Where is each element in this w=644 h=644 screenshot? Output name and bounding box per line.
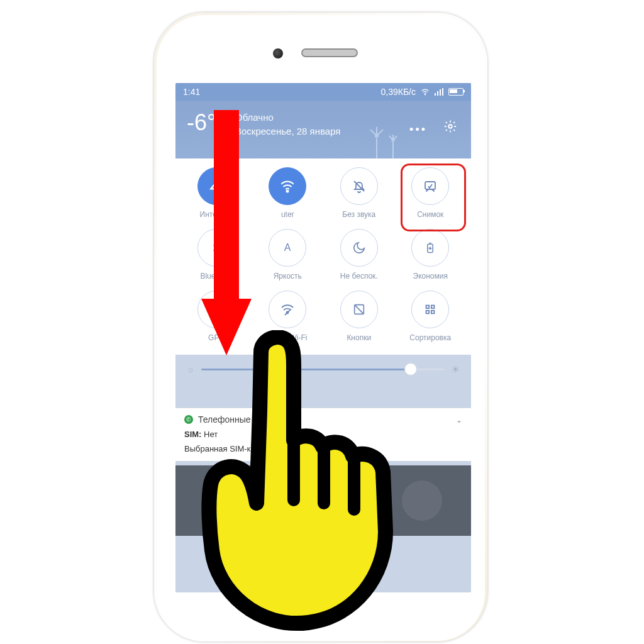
action-button[interactable] <box>204 480 245 521</box>
wifi-icon <box>421 87 430 96</box>
notification-body: Выбранная SIM-карта для передачи данных.… <box>184 444 462 453</box>
phone-app-icon: ✆ <box>184 415 193 424</box>
svg-rect-33 <box>426 306 430 309</box>
svg-point-15 <box>448 125 452 128</box>
notification-app: Телефонные сервисы <box>198 414 287 425</box>
wifi-icon <box>269 167 306 205</box>
qs-tile-moon[interactable]: Не беспок. <box>323 229 395 280</box>
weather-temperature: -6° <box>187 109 216 136</box>
bluetooth-icon <box>197 229 235 267</box>
moon-icon <box>340 229 378 267</box>
qs-tile-label: uter <box>281 210 294 219</box>
notification-sim-value: Нет <box>204 430 218 439</box>
weather-header[interactable]: -6° Облачно Воскресенье, 28 января ••• <box>175 101 471 158</box>
battery-icon <box>411 229 449 267</box>
buttons-icon <box>340 291 378 328</box>
brightness-high-icon: ☀ <box>451 364 460 375</box>
screenshot-icon <box>411 167 449 205</box>
qs-tile-label: Без звука <box>342 210 375 219</box>
qs-tile-bluetooth[interactable]: Bluetooth <box>180 229 252 280</box>
earpiece-speaker <box>301 48 358 57</box>
weather-date: Воскресенье, 28 января <box>235 126 340 136</box>
windmill-icon <box>364 121 402 158</box>
phone-body: 1:41 0,39КБ/с -6° Облач <box>157 15 485 641</box>
brightness-icon: A <box>269 229 306 267</box>
location-icon <box>197 291 235 328</box>
status-bar: 1:41 0,39КБ/с <box>175 83 471 101</box>
phone-frame: 1:41 0,39КБ/с -6° Облач <box>154 13 487 641</box>
qs-tile-label: Кнопки <box>347 333 371 342</box>
qs-tile-globe[interactable]: Интернет <box>180 167 252 219</box>
weather-condition: Облачно <box>235 112 274 123</box>
qs-tile-reorder[interactable]: Сортировка <box>395 291 467 342</box>
qs-tile-location[interactable]: GPS <box>180 291 252 342</box>
svg-line-32 <box>354 305 364 314</box>
brightness-slider[interactable]: ☼ ☀ <box>187 361 460 377</box>
qs-tile-label: Точка Wi-Fi <box>268 333 308 342</box>
qs-tile-bell-off[interactable]: Без звука <box>323 167 395 219</box>
svg-line-7 <box>370 130 377 136</box>
svg-rect-3 <box>440 89 441 96</box>
svg-rect-1 <box>435 93 436 96</box>
qs-tile-wifi[interactable]: uter <box>252 167 324 219</box>
front-camera <box>273 48 283 58</box>
signal-icon <box>435 88 443 96</box>
qs-tile-buttons[interactable]: Кнопки <box>323 291 395 342</box>
bell-off-icon <box>340 167 378 205</box>
qs-tile-label: Bluetooth <box>200 272 232 280</box>
chevron-down-icon[interactable]: ⌄ <box>456 416 462 425</box>
qs-tile-battery[interactable]: Экономия <box>395 229 467 280</box>
svg-rect-2 <box>437 91 438 96</box>
qs-tile-label: Сортировка <box>409 333 451 342</box>
brightness-low-icon: ☼ <box>187 364 195 374</box>
svg-rect-36 <box>431 311 435 314</box>
svg-point-0 <box>425 94 425 95</box>
svg-point-25 <box>215 308 218 311</box>
svg-rect-4 <box>442 88 443 96</box>
reorder-icon <box>411 291 449 328</box>
qs-tile-label: Интернет <box>200 210 233 219</box>
notification-sim-label: SIM: <box>184 430 201 439</box>
qs-tile-label: GPS <box>208 333 224 342</box>
notification-card[interactable]: ✆ Телефонные сервисы SIM: Нет Выбранная … <box>175 408 471 461</box>
gear-icon[interactable] <box>443 119 457 133</box>
qs-tile-label: Экономия <box>413 272 448 280</box>
svg-rect-35 <box>426 311 430 314</box>
action-button[interactable] <box>303 480 343 521</box>
more-icon[interactable]: ••• <box>409 123 427 136</box>
svg-text:A: A <box>284 242 291 253</box>
qs-tile-brightness[interactable]: AЯркость <box>252 229 324 280</box>
screen: 1:41 0,39КБ/с -6° Облач <box>175 83 471 592</box>
quick-settings-panel: ИнтернетuterБез звукаСнимокBluetoothAЯрк… <box>175 158 471 355</box>
qs-tile-label: Снимок <box>417 210 443 219</box>
status-time: 1:41 <box>183 87 200 97</box>
slider-thumb[interactable] <box>404 363 417 375</box>
globe-icon <box>197 167 235 205</box>
action-button[interactable] <box>402 480 442 521</box>
status-net-speed: 0,39КБ/с <box>381 87 416 97</box>
dimmed-action-row <box>175 465 471 536</box>
qs-tile-screenshot[interactable]: Снимок <box>395 167 467 219</box>
qs-tile-label: Не беспок. <box>340 272 378 280</box>
svg-rect-18 <box>425 182 435 189</box>
battery-icon <box>448 88 464 96</box>
hotspot-icon <box>269 291 306 328</box>
svg-rect-34 <box>431 306 435 309</box>
qs-tile-hotspot[interactable]: Точка Wi-Fi <box>252 291 324 342</box>
svg-line-8 <box>377 130 383 136</box>
qs-tile-label: Яркость <box>274 272 302 280</box>
slider-track[interactable] <box>201 369 445 370</box>
svg-point-16 <box>287 191 289 192</box>
